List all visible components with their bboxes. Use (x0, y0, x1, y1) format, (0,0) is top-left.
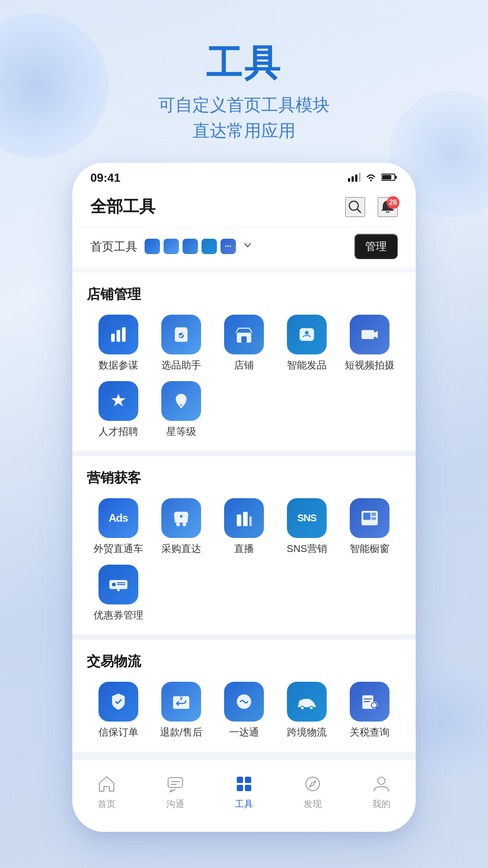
svg-point-51 (306, 777, 319, 791)
svg-rect-26 (371, 517, 376, 520)
nav-mine-label: 我的 (372, 798, 390, 810)
nav-discover-label: 发现 (304, 798, 322, 810)
tool-talent-recruit-label: 人才招聘 (99, 425, 138, 439)
tool-short-video[interactable]: 短视频拍摄 (338, 315, 401, 372)
svg-point-15 (305, 331, 309, 335)
app-title: 全部工具 (90, 196, 155, 218)
tool-live[interactable]: 直播 (212, 498, 275, 556)
quick-tools-chevron[interactable] (241, 239, 254, 254)
svg-rect-11 (122, 327, 126, 342)
svg-point-31 (117, 589, 120, 591)
tool-grid-transaction: 信保订单 ¥ 退款/售后 一达通 (87, 682, 401, 739)
svg-rect-14 (241, 336, 247, 343)
nav-tools[interactable]: 工具 (210, 773, 278, 810)
tool-talent-recruit[interactable]: 人才招聘 (87, 381, 150, 439)
tool-smart-window[interactable]: 智能橱窗 (338, 498, 401, 556)
svg-rect-22 (249, 516, 252, 526)
tool-short-video-label: 短视频拍摄 (345, 359, 394, 372)
svg-rect-1 (352, 176, 354, 182)
quick-tool-1 (145, 239, 160, 254)
quick-tools-label: 首页工具 (90, 239, 137, 255)
tool-product-select[interactable]: 选品助手 (150, 315, 212, 372)
tool-store-icon (224, 315, 264, 354)
app-content[interactable]: 店铺管理 数据参谋 选品助手 (72, 273, 416, 788)
nav-mine[interactable]: 我的 (347, 773, 416, 810)
tool-sns[interactable]: SNS SNS营销 (276, 498, 338, 556)
svg-rect-21 (243, 512, 248, 526)
bottom-nav: 首页 沟通 工具 (72, 760, 416, 832)
tool-trust-order-icon (99, 682, 138, 722)
tool-tax-query[interactable]: 关税查询 (338, 682, 401, 739)
tool-cross-logistics-label: 跨境物流 (287, 726, 327, 739)
svg-rect-3 (359, 173, 361, 182)
tool-smart-product[interactable]: 智能发品 (276, 315, 338, 372)
status-time: 09:41 (90, 171, 121, 185)
tool-star-level[interactable]: 星等级 (150, 381, 212, 439)
tool-tax-query-label: 关税查询 (350, 726, 389, 739)
svg-rect-2 (355, 175, 357, 182)
tool-ads[interactable]: Ads 外贸直通车 (87, 498, 150, 556)
tool-purchase-direct-icon (161, 498, 201, 538)
manage-button[interactable]: 管理 (354, 234, 398, 259)
nav-tools-label: 工具 (235, 798, 253, 810)
battery-icon (381, 173, 398, 183)
tool-tax-query-icon (350, 682, 389, 722)
tool-refund[interactable]: ¥ 退款/售后 (150, 682, 212, 739)
tool-purchase-direct[interactable]: 采购直达 (150, 498, 212, 556)
svg-point-28 (112, 583, 116, 586)
section-shop-management-title: 店铺管理 (87, 285, 401, 304)
section-marketing: 营销获客 Ads 外贸直通车 采购直达 (72, 456, 416, 634)
tool-short-video-icon (350, 315, 389, 354)
search-button[interactable] (345, 197, 365, 217)
tool-cross-logistics-icon (287, 682, 327, 722)
tool-coupon-label: 优惠券管理 (94, 609, 143, 622)
tool-data-consult[interactable]: 数据参谋 (87, 315, 150, 372)
tool-trust-order-label: 信保订单 (99, 726, 138, 739)
tool-sns-label: SNS营销 (287, 542, 327, 556)
svg-rect-49 (237, 785, 243, 791)
svg-rect-20 (237, 514, 241, 526)
tool-cross-logistics[interactable]: 跨境物流 (276, 682, 338, 739)
nav-home[interactable]: 首页 (72, 773, 141, 810)
tool-talent-recruit-icon (99, 381, 138, 421)
svg-rect-9 (111, 334, 115, 342)
page-title: 工具 (0, 45, 488, 81)
tool-refund-label: 退款/售后 (160, 726, 202, 739)
tool-trust-order[interactable]: 信保订单 (87, 682, 150, 739)
nav-chat-label: 沟通 (166, 798, 184, 810)
tool-live-label: 直播 (234, 542, 254, 556)
signal-icon (348, 173, 361, 184)
svg-rect-16 (361, 330, 374, 339)
section-transaction-title: 交易物流 (87, 652, 401, 671)
svg-rect-24 (363, 513, 371, 520)
tool-store-label: 店铺 (234, 359, 254, 372)
person-icon (370, 773, 393, 795)
quick-tool-2 (164, 239, 179, 254)
notification-button[interactable]: 26 (378, 197, 398, 217)
quick-tools-bar: 首页工具 ··· 管理 (72, 227, 416, 267)
wifi-icon (365, 173, 377, 184)
section-transaction: 交易物流 信保订单 ¥ 退款/售后 (72, 640, 416, 752)
svg-point-18 (176, 523, 180, 526)
subtitle-line2: 直达常用应用 (0, 118, 488, 144)
svg-rect-44 (168, 778, 183, 788)
tools-grid-icon (233, 773, 255, 795)
svg-rect-48 (245, 777, 251, 783)
tool-yidatong[interactable]: 一达通 (212, 682, 275, 739)
nav-discover[interactable]: 发现 (278, 773, 347, 810)
tool-store[interactable]: 店铺 (212, 315, 275, 372)
status-bar: 09:41 (72, 163, 416, 189)
svg-rect-47 (237, 777, 243, 783)
svg-point-37 (310, 706, 313, 710)
tool-product-select-label: 选品助手 (161, 359, 201, 372)
tool-ads-icon: Ads (99, 498, 138, 538)
tool-product-select-icon (161, 315, 201, 354)
svg-rect-0 (348, 178, 350, 182)
svg-line-8 (357, 209, 361, 212)
svg-rect-50 (245, 785, 251, 791)
nav-chat[interactable]: 沟通 (141, 773, 210, 810)
tool-coupon[interactable]: 优惠券管理 (87, 565, 150, 622)
tool-smart-product-label: 智能发品 (287, 359, 327, 372)
svg-rect-6 (382, 175, 391, 179)
phone-mockup: 09:41 (72, 163, 416, 832)
